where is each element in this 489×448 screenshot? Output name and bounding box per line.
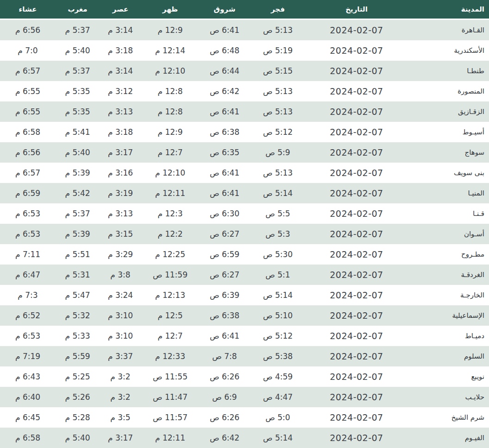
table-row: قـنـا 2024-02-07 5:5 ص 6:30 ص 12:3 م 3:1… xyxy=(0,203,489,224)
cell-isha-time: 6:45 م xyxy=(0,407,56,428)
table-row: سوهاج 2024-02-07 5:9 ص 6:35 ص 12:7 م 3:1… xyxy=(0,142,489,163)
table-row: الغردقـة 2024-02-07 5:1 ص 6:27 ص 11:59 ص… xyxy=(0,265,489,285)
cell-fajr-time: 5:19 ص xyxy=(250,40,306,61)
column-header-fajr: فجر xyxy=(250,0,306,19)
cell-isha-time: 6:53 م xyxy=(0,203,56,224)
cell-date: 2024-02-07 xyxy=(306,285,408,305)
cell-asr-time: 3:2 م xyxy=(100,387,141,407)
cell-shuruq-time: 6:26 ص xyxy=(199,366,250,387)
cell-city-name: الزقـازيق xyxy=(408,101,489,122)
cell-dhuhr-time: 12:13 م xyxy=(141,285,199,305)
table-row: شرم الشيخ 2024-02-07 5:0 ص 6:26 ص 11:57 … xyxy=(0,407,489,428)
cell-date: 2024-02-07 xyxy=(306,142,408,163)
cell-city-name: حلايـب xyxy=(408,387,489,407)
cell-date: 2024-02-07 xyxy=(306,61,408,81)
cell-fajr-time: 5:13 ص xyxy=(250,19,306,41)
cell-maghrib-time: 5:42 م xyxy=(56,183,100,203)
cell-date: 2024-02-07 xyxy=(306,19,408,41)
prayer-times-table: المدينة التاريخ فجر شروق ظهر عصر مغرب عش… xyxy=(0,0,489,448)
cell-dhuhr-time: 11:55 ص xyxy=(141,366,199,387)
column-header-city: المدينة xyxy=(408,0,489,19)
cell-fajr-time: 5:30 ص xyxy=(250,244,306,265)
column-header-isha: عشاء xyxy=(0,0,56,19)
cell-date: 2024-02-07 xyxy=(306,122,408,142)
cell-dhuhr-time: 12:2 م xyxy=(141,224,199,244)
cell-shuruq-time: 6:35 ص xyxy=(199,142,250,163)
cell-city-name: المنيـا xyxy=(408,183,489,203)
cell-shuruq-time: 6:41 ص xyxy=(199,19,250,41)
cell-shuruq-time: 6:44 ص xyxy=(199,61,250,81)
column-header-date: التاريخ xyxy=(306,0,408,19)
cell-fajr-time: 5:5 ص xyxy=(250,203,306,224)
cell-maghrib-time: 5:28 م xyxy=(56,407,100,428)
cell-city-name: الإسماعيلية xyxy=(408,305,489,326)
cell-asr-time: 3:18 م xyxy=(100,122,141,142)
cell-maghrib-time: 5:31 م xyxy=(56,265,100,285)
column-header-dhuhr: ظهر xyxy=(141,0,199,19)
cell-asr-time: 3:12 م xyxy=(100,81,141,101)
cell-date: 2024-02-07 xyxy=(306,428,408,448)
cell-maghrib-time: 5:35 م xyxy=(56,81,100,101)
cell-shuruq-time: 6:41 ص xyxy=(199,326,250,346)
cell-dhuhr-time: 12:9 م xyxy=(141,19,199,41)
cell-fajr-time: 5:13 ص xyxy=(250,101,306,122)
cell-fajr-time: 5:3 ص xyxy=(250,224,306,244)
cell-city-name: أسـوان xyxy=(408,224,489,244)
cell-city-name: أسيـوط xyxy=(408,122,489,142)
cell-dhuhr-time: 12:9 م xyxy=(141,122,199,142)
table-row: نويبع 2024-02-07 4:59 ص 6:26 ص 11:55 ص 3… xyxy=(0,366,489,387)
table-row: طنطـا 2024-02-07 5:15 ص 6:44 ص 12:10 م 3… xyxy=(0,61,489,81)
table-row: الفيـوم 2024-02-07 5:14 ص 6:42 ص 12:11 م… xyxy=(0,428,489,448)
cell-date: 2024-02-07 xyxy=(306,387,408,407)
cell-maghrib-time: 5:35 م xyxy=(56,101,100,122)
cell-date: 2024-02-07 xyxy=(306,326,408,346)
cell-date: 2024-02-07 xyxy=(306,346,408,366)
cell-fajr-time: 4:59 ص xyxy=(250,366,306,387)
cell-isha-time: 6:58 م xyxy=(0,122,56,142)
cell-isha-time: 6:52 م xyxy=(0,305,56,326)
cell-isha-time: 6:59 م xyxy=(0,183,56,203)
cell-city-name: بنى سويف xyxy=(408,163,489,183)
cell-asr-time: 3:5 م xyxy=(100,407,141,428)
cell-fajr-time: 5:1 ص xyxy=(250,265,306,285)
cell-date: 2024-02-07 xyxy=(306,183,408,203)
cell-dhuhr-time: 12:8 م xyxy=(141,101,199,122)
cell-dhuhr-time: 11:59 ص xyxy=(141,265,199,285)
cell-fajr-time: 5:14 ص xyxy=(250,428,306,448)
cell-isha-time: 6:47 م xyxy=(0,265,56,285)
table-row: أسيـوط 2024-02-07 5:12 ص 6:38 ص 12:9 م 3… xyxy=(0,122,489,142)
cell-asr-time: 3:24 م xyxy=(100,285,141,305)
cell-isha-time: 7:11 م xyxy=(0,244,56,265)
cell-shuruq-time: 6:38 ص xyxy=(199,305,250,326)
cell-date: 2024-02-07 xyxy=(306,203,408,224)
cell-isha-time: 6:57 م xyxy=(0,61,56,81)
cell-isha-time: 6:56 م xyxy=(0,142,56,163)
table-row: مطـروح 2024-02-07 5:30 ص 6:59 ص 12:25 م … xyxy=(0,244,489,265)
cell-city-name: سوهاج xyxy=(408,142,489,163)
table-row: السلوم 2024-02-07 5:38 ص 7:8 ص 12:33 م 3… xyxy=(0,346,489,366)
cell-city-name: القـاهرة xyxy=(408,19,489,41)
cell-maghrib-time: 5:37 م xyxy=(56,19,100,41)
table-row: الخارجـة 2024-02-07 5:14 ص 6:39 ص 12:13 … xyxy=(0,285,489,305)
cell-isha-time: 7:19 م xyxy=(0,346,56,366)
cell-asr-time: 3:10 م xyxy=(100,305,141,326)
cell-date: 2024-02-07 xyxy=(306,224,408,244)
cell-isha-time: 6:40 م xyxy=(0,387,56,407)
column-header-asr: عصر xyxy=(100,0,141,19)
cell-fajr-time: 4:47 ص xyxy=(250,387,306,407)
cell-city-name: المنصورة xyxy=(408,81,489,101)
cell-city-name: طنطـا xyxy=(408,61,489,81)
cell-maghrib-time: 5:37 م xyxy=(56,203,100,224)
cell-shuruq-time: 6:41 ص xyxy=(199,101,250,122)
cell-asr-time: 3:14 م xyxy=(100,61,141,81)
cell-isha-time: 6:55 م xyxy=(0,81,56,101)
table-row: الأسكندرية 2024-02-07 5:19 ص 6:48 ص 12:1… xyxy=(0,40,489,61)
table-row: المنصورة 2024-02-07 5:13 ص 6:42 ص 12:8 م… xyxy=(0,81,489,101)
table-row: الإسماعيلية 2024-02-07 5:10 ص 6:38 ص 12:… xyxy=(0,305,489,326)
table-row: أسـوان 2024-02-07 5:3 ص 6:27 ص 12:2 م 3:… xyxy=(0,224,489,244)
cell-fajr-time: 5:12 ص xyxy=(250,326,306,346)
prayer-times-page: المدينة التاريخ فجر شروق ظهر عصر مغرب عش… xyxy=(0,0,489,448)
cell-asr-time: 3:13 م xyxy=(100,203,141,224)
cell-fajr-time: 5:38 ص xyxy=(250,346,306,366)
cell-maghrib-time: 5:40 م xyxy=(56,40,100,61)
